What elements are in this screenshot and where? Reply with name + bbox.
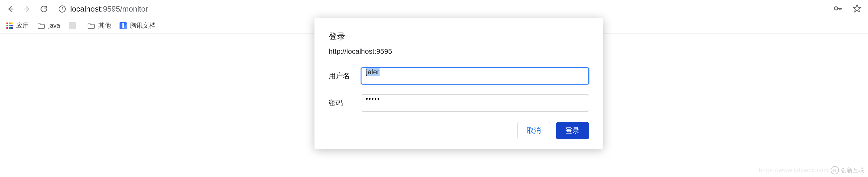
browser-toolbar: i localhost:9595/monitor [0,0,868,18]
bookmark-label: java [48,22,60,29]
folder-icon [37,23,45,29]
login-button[interactable]: 登录 [556,122,589,139]
url-text: localhost:9595/monitor [70,4,148,13]
password-input[interactable]: ••••• [361,94,589,112]
password-label: 密码 [329,98,361,108]
password-key-icon[interactable] [833,4,843,14]
username-input[interactable]: jaler [361,67,589,85]
password-value: ••••• [366,95,380,102]
tencent-docs-icon [120,22,127,29]
url-path: /monitor [120,4,148,13]
dialog-title: 登录 [329,31,589,42]
cancel-button-label: 取消 [527,126,541,136]
bookmark-folder-java[interactable]: java [37,22,60,29]
username-row: 用户名 jaler [329,67,589,85]
watermark: https://www.cdxwcx.com K 创新互联 [759,166,864,174]
bookmark-folder-other[interactable]: 其他 [87,21,111,30]
reload-button[interactable] [40,5,48,13]
bookmark-item-blank[interactable] [69,22,79,29]
folder-icon [87,23,95,29]
url-host: localhost [70,4,101,13]
nav-arrows [6,5,48,13]
apps-shortcut[interactable]: 应用 [6,21,29,30]
svg-rect-5 [839,8,840,10]
site-info-icon[interactable]: i [59,5,66,12]
username-value: jaler [366,68,379,76]
dialog-actions: 取消 登录 [329,122,589,139]
address-bar[interactable]: i localhost:9595/monitor [59,4,826,13]
svg-point-2 [835,7,838,10]
dialog-origin: http://localhost:9595 [329,47,589,56]
apps-grid-icon [6,23,13,29]
blank-favicon-icon [69,22,76,29]
watermark-badge-icon: K [831,166,839,174]
auth-dialog: 登录 http://localhost:9595 用户名 jaler 密码 ••… [314,18,603,149]
svg-rect-4 [841,8,842,10]
login-button-label: 登录 [565,126,580,136]
bookmark-label: 其他 [98,21,111,30]
back-button[interactable] [6,5,14,13]
bookmark-label: 腾讯文档 [130,21,156,30]
forward-button[interactable] [23,5,31,13]
cancel-button[interactable]: 取消 [518,122,550,139]
apps-label: 应用 [16,21,29,30]
bookmark-star-icon[interactable] [852,4,862,14]
username-label: 用户名 [329,71,361,81]
watermark-text: 创新互联 [841,166,864,174]
svg-marker-6 [853,4,861,11]
toolbar-right [833,4,862,14]
bookmark-tencent-docs[interactable]: 腾讯文档 [120,21,156,30]
password-row: 密码 ••••• [329,94,589,112]
url-port: :9595 [101,4,120,13]
watermark-url: https://www.cdxwcx.com [759,167,829,174]
